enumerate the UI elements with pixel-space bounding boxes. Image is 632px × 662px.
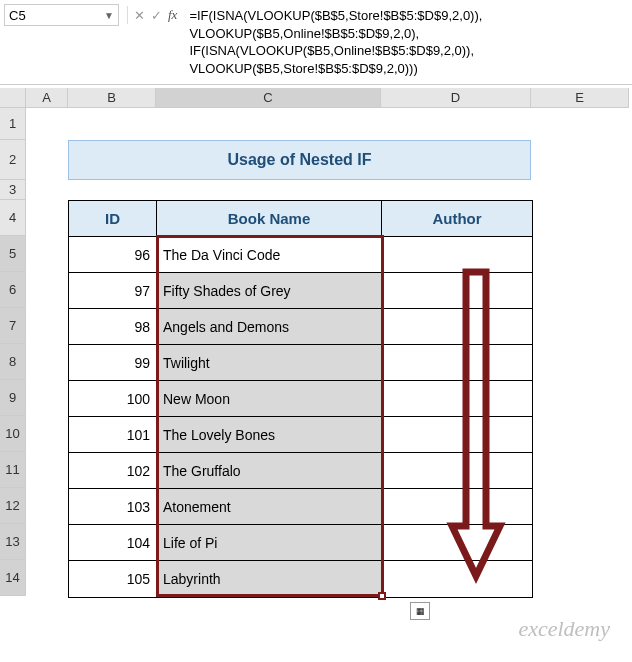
row-header-14[interactable]: 14 — [0, 560, 26, 596]
chevron-down-icon[interactable]: ▼ — [104, 10, 114, 21]
row-header-6[interactable]: 6 — [0, 272, 26, 308]
table-row: 100 New Moon — [69, 381, 532, 417]
table-row: 104 Life of Pi — [69, 525, 532, 561]
table-row: 99 Twilight — [69, 345, 532, 381]
row-header-9[interactable]: 9 — [0, 380, 26, 416]
header-author[interactable]: Author — [382, 201, 532, 237]
cell-book[interactable]: Twilight — [157, 345, 382, 381]
table-row: 96 The Da Vinci Code — [69, 237, 532, 273]
cell-id[interactable]: 100 — [69, 381, 157, 417]
row-header-4[interactable]: 4 — [0, 200, 26, 236]
watermark: exceldemy — [518, 616, 610, 642]
cell-id[interactable]: 103 — [69, 489, 157, 525]
table-row: 101 The Lovely Bones — [69, 417, 532, 453]
table-header-row: ID Book Name Author — [69, 201, 532, 237]
row-header-8[interactable]: 8 — [0, 344, 26, 380]
formula-bar: C5 ▼ ✕ ✓ fx =IF(ISNA(VLOOKUP($B$5,Store!… — [0, 0, 632, 85]
row-header-12[interactable]: 12 — [0, 488, 26, 524]
cell-book[interactable]: Fifty Shades of Grey — [157, 273, 382, 309]
cell-author[interactable] — [382, 309, 532, 345]
fx-icon[interactable]: fx — [168, 7, 177, 23]
cell-author[interactable] — [382, 381, 532, 417]
select-all-corner[interactable] — [0, 88, 26, 108]
cell-id[interactable]: 98 — [69, 309, 157, 345]
header-book[interactable]: Book Name — [157, 201, 382, 237]
column-header-E[interactable]: E — [531, 88, 629, 108]
row-header-7[interactable]: 7 — [0, 308, 26, 344]
cell-book[interactable]: The Da Vinci Code — [157, 237, 382, 273]
cell-book[interactable]: The Lovely Bones — [157, 417, 382, 453]
cell-book[interactable]: The Gruffalo — [157, 453, 382, 489]
cell-id[interactable]: 104 — [69, 525, 157, 561]
cell-book[interactable]: Labyrinth — [157, 561, 382, 597]
row-header-5[interactable]: 5 — [0, 236, 26, 272]
row-header-11[interactable]: 11 — [0, 452, 26, 488]
name-box-value: C5 — [9, 8, 104, 23]
cell-id[interactable]: 105 — [69, 561, 157, 597]
data-table: ID Book Name Author 96 The Da Vinci Code… — [68, 200, 533, 598]
cell-id[interactable]: 97 — [69, 273, 157, 309]
fill-handle[interactable] — [378, 592, 386, 600]
title-cell[interactable]: Usage of Nested IF — [68, 140, 531, 180]
row-header-10[interactable]: 10 — [0, 416, 26, 452]
cell-author[interactable] — [382, 273, 532, 309]
cell-author[interactable] — [382, 417, 532, 453]
row-header-2[interactable]: 2 — [0, 140, 26, 180]
name-box[interactable]: C5 ▼ — [4, 4, 119, 26]
formula-controls: ✕ ✓ fx — [119, 4, 185, 26]
cell-author[interactable] — [382, 453, 532, 489]
row-headers: 1 2 3 4 5 6 7 8 9 10 11 12 13 14 — [0, 108, 26, 596]
cell-author[interactable] — [382, 345, 532, 381]
cell-id[interactable]: 102 — [69, 453, 157, 489]
cell-book[interactable]: Angels and Demons — [157, 309, 382, 345]
cell-author[interactable] — [382, 489, 532, 525]
autofill-options-icon[interactable]: ▦ — [410, 602, 430, 620]
column-header-C[interactable]: C — [156, 88, 381, 108]
formula-input[interactable]: =IF(ISNA(VLOOKUP($B$5,Store!$B$5:$D$9,2,… — [185, 4, 628, 80]
cell-id[interactable]: 101 — [69, 417, 157, 453]
table-row: 97 Fifty Shades of Grey — [69, 273, 532, 309]
cell-id[interactable]: 96 — [69, 237, 157, 273]
header-id[interactable]: ID — [69, 201, 157, 237]
cell-author[interactable] — [382, 525, 532, 561]
table-row: 98 Angels and Demons — [69, 309, 532, 345]
accept-icon[interactable]: ✓ — [151, 8, 162, 23]
row-header-1[interactable]: 1 — [0, 108, 26, 140]
cancel-icon[interactable]: ✕ — [134, 8, 145, 23]
cell-author[interactable] — [382, 237, 532, 273]
cell-book[interactable]: Life of Pi — [157, 525, 382, 561]
cell-book[interactable]: Atonement — [157, 489, 382, 525]
row-header-3[interactable]: 3 — [0, 180, 26, 200]
column-header-A[interactable]: A — [26, 88, 68, 108]
column-header-B[interactable]: B — [68, 88, 156, 108]
column-headers: A B C D E — [26, 88, 629, 108]
cell-id[interactable]: 99 — [69, 345, 157, 381]
cell-book[interactable]: New Moon — [157, 381, 382, 417]
column-header-D[interactable]: D — [381, 88, 531, 108]
table-row: 102 The Gruffalo — [69, 453, 532, 489]
table-row: 103 Atonement — [69, 489, 532, 525]
cell-author[interactable] — [382, 561, 532, 597]
table-row: 105 Labyrinth — [69, 561, 532, 597]
row-header-13[interactable]: 13 — [0, 524, 26, 560]
